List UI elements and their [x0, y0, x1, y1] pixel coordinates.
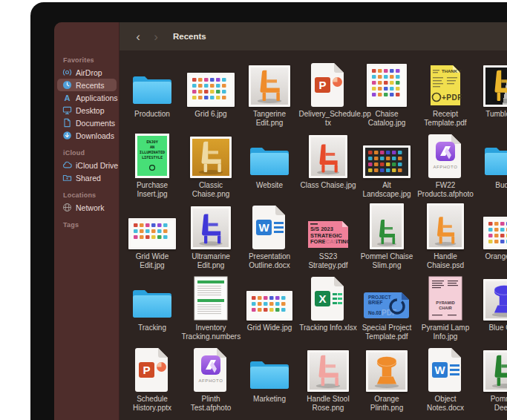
file-label: Tangerine Edit.png: [241, 110, 299, 127]
svg-text:CHAIR: CHAIR: [439, 306, 451, 310]
file-thumbnail-collage: [483, 202, 507, 249]
sidebar-item-documents[interactable]: Documents: [57, 117, 117, 129]
file-item-classic-chaise-png[interactable]: Classic Chaise.png: [182, 131, 241, 198]
applications-icon: A: [62, 93, 72, 102]
file-label: Alt Landscape.jpg: [358, 181, 416, 198]
sidebar-item-label: Recents: [76, 81, 105, 90]
file-item-tangerine-edit-png[interactable]: Tangerine Edit.png: [241, 59, 299, 127]
file-label: Pyramid Lamp Info.jpg: [416, 324, 475, 341]
sidebar-item-network[interactable]: Network: [57, 201, 117, 214]
file-item-special-project[interactable]: PROJECT BRIEF No.03 PDF Special Project …: [358, 273, 416, 341]
file-item-tumble-mo[interactable]: Tumble Mo: [475, 59, 507, 119]
svg-text:AN: AN: [150, 145, 154, 149]
svg-text:AFPHOTO: AFPHOTO: [433, 165, 457, 169]
file-label: Receipt Template.pdf: [416, 110, 475, 127]
file-thumbnail-pptx: P: [310, 59, 347, 107]
svg-text:PYRAMID: PYRAMID: [436, 301, 454, 305]
sidebar-item-icloud-drive[interactable]: iCloud Drive: [57, 159, 117, 171]
svg-text:W: W: [258, 221, 269, 234]
file-thumbnail-chair: [309, 131, 347, 178]
file-item-alt-landscape-jpg[interactable]: Alt Landscape.jpg: [358, 131, 416, 198]
file-item-handle-stool[interactable]: Handle Stool Rose.png: [299, 344, 358, 412]
file-label: Plinth Test.afphoto: [182, 395, 241, 412]
sidebar-section-header-icloud: iCloud: [54, 142, 120, 159]
file-item-budg[interactable]: Budg: [475, 131, 507, 190]
sidebar: FavoritesAirDropRecentsAApplicationsDesk…: [54, 22, 120, 420]
file-item-orange-hig[interactable]: Orange Hig: [475, 202, 507, 261]
file-item-pyramid-lamp-info-jpg[interactable]: PYRAMID CHAIRPyramid Lamp Info.jpg: [416, 273, 475, 341]
file-label: Marketing: [253, 395, 286, 404]
file-thumbnail-afphoto: AFPHOTO: [427, 131, 464, 178]
file-thumbnail-collage: [128, 202, 176, 249]
sidebar-item-recents[interactable]: Recents: [57, 79, 117, 91]
forward-button[interactable]: ›: [149, 30, 163, 43]
page-title: Recents: [173, 32, 206, 41]
file-item-website[interactable]: Website: [241, 131, 299, 190]
file-item-plinth-test-afphoto[interactable]: AFPHOTOPlinth Test.afphoto: [182, 344, 241, 412]
file-item-class-chaise-jpg[interactable]: Class Chaise.jpg: [299, 131, 358, 190]
file-item-fw22[interactable]: AFPHOTOFW22 Products.afphoto: [416, 131, 475, 198]
file-thumbnail-numbers: [194, 273, 228, 321]
sidebar-item-shared[interactable]: Shared: [57, 171, 117, 184]
file-item-inventory[interactable]: Inventory Tracking.numbers: [182, 273, 241, 341]
file-item-pommel-chaise[interactable]: Pommel Chaise Slim.png: [358, 202, 416, 269]
file-label: Delivery_Schedule.pp tx: [299, 110, 358, 127]
sidebar-item-downloads[interactable]: Downloads: [57, 129, 117, 142]
file-label: Chaise Catalog.jpg: [358, 110, 416, 127]
file-thumbnail-pptx: P: [134, 344, 171, 392]
file-item-orange-plinth-png[interactable]: Orange Plinth.png: [358, 344, 416, 412]
screen-bezel: FavoritesAirDropRecentsAApplicationsDesk…: [30, 2, 507, 420]
svg-text:X: X: [318, 292, 326, 305]
file-label: Schedule History.pptx: [123, 395, 182, 412]
file-item-production[interactable]: Production: [123, 59, 182, 119]
file-item-marketing[interactable]: Marketing: [241, 344, 299, 404]
airdrop-icon: [62, 68, 72, 77]
file-item-grid-wide-edit-jpg[interactable]: Grid Wide Edit.jpg: [123, 202, 182, 269]
svg-text:P: P: [143, 364, 150, 376]
file-item-handle-chaise-psd[interactable]: Handle Chaise.psd: [416, 202, 475, 269]
file-thumbnail-docx: W: [251, 202, 288, 249]
file-label: Blue Cha: [488, 324, 507, 332]
file-item-presentation[interactable]: W Presentation Outline.docx: [241, 202, 299, 269]
file-label: Classic Chaise.png: [182, 181, 241, 198]
file-item-object-notes-docx[interactable]: W Object Notes.docx: [416, 344, 475, 412]
sidebar-item-applications[interactable]: AApplications: [57, 91, 117, 104]
file-thumbnail-collage: [246, 273, 292, 321]
file-item-tracking[interactable]: Tracking: [123, 273, 182, 332]
toolbar: ‹ › Recents: [120, 22, 507, 50]
sidebar-item-airdrop[interactable]: AirDrop: [57, 66, 117, 79]
file-item-tracking-info-xlsx[interactable]: X Tracking Info.xlsx: [299, 273, 358, 332]
svg-text:ENJOY: ENJOY: [146, 140, 158, 144]
file-thumbnail-bluepdf: PROJECT BRIEF No.03 PDF: [363, 273, 410, 321]
sidebar-item-desktop[interactable]: Desktop: [57, 104, 117, 117]
file-thumbnail-collage: [363, 131, 410, 178]
file-thumbnail-receipt: THANK Y +PDF: [429, 59, 462, 107]
sidebar-section-header-locations: Locations: [54, 184, 120, 201]
file-item-delivery-schedule-pp[interactable]: P Delivery_Schedule.pp tx: [299, 59, 358, 127]
file-item-receipt-template-pdf[interactable]: THANK Y +PDFReceipt Template.pdf: [416, 59, 475, 127]
file-label: Budg: [495, 181, 507, 190]
file-item-chaise-catalog-jpg[interactable]: Chaise Catalog.jpg: [358, 59, 416, 127]
file-item-purchase-insert-jpg[interactable]: ENJOY AN ILLUMINATED LIFESTYLE Purchase …: [123, 131, 182, 198]
svg-text:A: A: [64, 93, 70, 102]
file-label: SS23 Strategy.pdf: [299, 252, 358, 269]
file-label: Production: [134, 110, 170, 119]
file-label: Tracking: [138, 324, 166, 332]
file-item-pommel[interactable]: Pommel Deep.: [475, 344, 507, 412]
svg-text:No.03: No.03: [368, 310, 382, 315]
network-icon: [62, 203, 72, 212]
file-item-grid-6-jpg[interactable]: Grid 6.jpg: [182, 59, 241, 119]
back-button[interactable]: ‹: [131, 30, 145, 43]
file-item-ultramarine-edit-png[interactable]: Ultramarine Edit.png: [182, 202, 241, 269]
shared-icon: [62, 173, 72, 183]
file-item-ss23-strategy-pdf[interactable]: S/S 2023 STRATEGIC FORECASTING SS23 Stra…: [299, 202, 358, 269]
file-item-grid-wide-jpg[interactable]: Grid Wide.jpg: [241, 273, 299, 332]
file-item-schedule-history-pptx[interactable]: P Schedule History.pptx: [123, 344, 182, 412]
file-label: Special Project Template.pdf: [362, 324, 412, 341]
svg-text:W: W: [434, 364, 445, 376]
folder-icon: [248, 131, 291, 178]
file-label: Pommel Deep.: [491, 395, 507, 412]
svg-text:THANK Y: THANK Y: [442, 69, 462, 73]
file-item-blue-cha[interactable]: Blue Cha: [475, 273, 507, 332]
file-thumbnail-afphoto: AFPHOTO: [192, 344, 229, 392]
